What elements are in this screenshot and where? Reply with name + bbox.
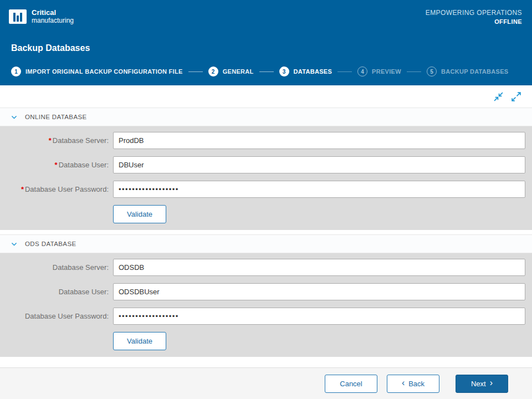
wizard-step-general[interactable]: 2 GENERAL <box>208 66 254 76</box>
step-label: GENERAL <box>223 68 254 75</box>
field-row: Database Server: <box>0 259 532 276</box>
step-label: DATABASES <box>294 68 332 75</box>
step-number-badge: 5 <box>427 66 437 76</box>
field-label: Database Server: <box>0 263 113 272</box>
step-label: BACKUP DATABASES <box>441 68 509 75</box>
brand-text: Critical manufacturing <box>32 9 74 24</box>
step-connector <box>337 71 352 72</box>
required-asterisk: * <box>49 136 52 145</box>
field-row: *Database User Password: <box>0 181 532 198</box>
top-app-bar: Critical manufacturing EMPOWERING OPERAT… <box>0 0 532 33</box>
brand: Critical manufacturing <box>9 9 74 24</box>
field-row: Database User: <box>0 283 532 300</box>
cancel-button[interactable]: Cancel <box>325 375 377 393</box>
tagline-text: EMPOWERING OPERATIONS <box>426 9 522 17</box>
page-title: Backup Databases <box>11 43 521 53</box>
ods-validate-button[interactable]: Validate <box>113 332 166 350</box>
ods-database-user-input[interactable] <box>113 283 525 300</box>
step-number-badge: 2 <box>208 66 218 76</box>
online-database-panel: *Database Server: *Database User: *Datab… <box>0 126 532 230</box>
step-number-badge: 3 <box>279 66 289 76</box>
field-label: Database User Password: <box>0 312 113 320</box>
required-asterisk: * <box>21 185 24 193</box>
wizard-footer: Cancel ‹ Back Next › <box>0 367 532 399</box>
field-row: *Database Server: <box>0 132 532 149</box>
step-number-badge: 1 <box>11 66 21 76</box>
field-label: *Database User Password: <box>0 185 113 193</box>
section-gap <box>0 230 532 234</box>
wizard-steps: 1 IMPORT ORIGINAL BACKUP CONFIGURATION F… <box>11 66 521 76</box>
validate-row: Validate <box>0 332 532 350</box>
wizard-step-import[interactable]: 1 IMPORT ORIGINAL BACKUP CONFIGURATION F… <box>11 66 183 76</box>
step-label: IMPORT ORIGINAL BACKUP CONFIGURATION FIL… <box>25 68 183 75</box>
field-label: *Database User: <box>0 161 113 169</box>
back-chevron-icon: ‹ <box>402 378 405 387</box>
online-validate-button[interactable]: Validate <box>113 205 166 223</box>
offline-status: OFFLINE <box>426 18 522 25</box>
section-header-online-database[interactable]: ONLINE DATABASE <box>0 108 532 126</box>
field-label: Database User: <box>0 288 113 296</box>
required-asterisk: * <box>55 161 58 169</box>
step-label: PREVIEW <box>372 68 401 75</box>
ods-database-panel: Database Server: Database User: Database… <box>0 253 532 357</box>
online-database-password-input[interactable] <box>113 181 525 198</box>
validate-row: Validate <box>0 205 532 223</box>
topbar-right: EMPOWERING OPERATIONS OFFLINE <box>426 9 522 25</box>
logo-bar <box>20 13 22 22</box>
online-database-server-input[interactable] <box>113 132 525 149</box>
critical-manufacturing-logo-icon <box>9 9 27 24</box>
logo-bar <box>13 13 16 22</box>
expand-all-icon[interactable] <box>511 92 521 101</box>
field-row: *Database User: <box>0 156 532 173</box>
ods-database-server-input[interactable] <box>113 259 525 276</box>
field-row: Database User Password: <box>0 308 532 325</box>
next-button[interactable]: Next › <box>456 375 508 393</box>
step-connector <box>188 71 203 72</box>
wizard-step-databases[interactable]: 3 DATABASES <box>279 66 332 76</box>
step-connector <box>259 71 274 72</box>
main-content: ONLINE DATABASE *Database Server: *Datab… <box>0 85 532 367</box>
chevron-down-icon <box>11 114 18 121</box>
online-database-user-input[interactable] <box>113 156 525 173</box>
page-header: Backup Databases 1 IMPORT ORIGINAL BACKU… <box>0 33 532 85</box>
wizard-step-backup-databases[interactable]: 5 BACKUP DATABASES <box>427 66 509 76</box>
wizard-step-preview[interactable]: 4 PREVIEW <box>357 66 401 76</box>
field-label: *Database Server: <box>0 136 113 145</box>
section-title: ODS DATABASE <box>25 241 76 247</box>
ods-database-password-input[interactable] <box>113 308 525 325</box>
chevron-down-icon <box>11 241 18 248</box>
collapse-all-icon[interactable] <box>494 92 503 101</box>
section-header-ods-database[interactable]: ODS DATABASE <box>0 234 532 253</box>
logo-bar <box>17 16 19 22</box>
view-toolbar <box>0 85 532 108</box>
brand-subname: manufacturing <box>32 17 74 24</box>
next-chevron-icon: › <box>490 378 493 387</box>
app-window: Critical manufacturing EMPOWERING OPERAT… <box>0 0 532 399</box>
back-button[interactable]: ‹ Back <box>387 375 439 393</box>
step-connector <box>407 71 421 72</box>
section-title: ONLINE DATABASE <box>25 114 87 120</box>
brand-name: Critical <box>32 9 74 17</box>
step-number-badge: 4 <box>357 66 367 76</box>
